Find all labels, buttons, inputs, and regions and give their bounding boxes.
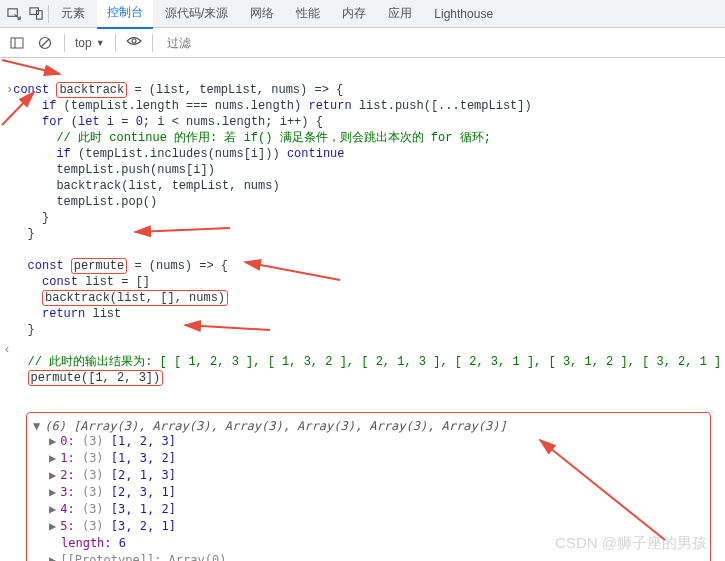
- expand-icon[interactable]: ▶: [49, 485, 60, 499]
- highlight-call: backtrack(list, [], nums): [42, 290, 228, 306]
- console-code[interactable]: ›const backtrack = (list, tempList, nums…: [0, 58, 725, 408]
- tab-lighthouse[interactable]: Lighthouse: [424, 1, 503, 27]
- inspect-icon[interactable]: [4, 4, 24, 24]
- sidebar-toggle-icon[interactable]: [8, 34, 26, 52]
- highlight-backtrack: backtrack: [56, 82, 127, 98]
- live-expression-icon[interactable]: [126, 35, 142, 50]
- expand-icon[interactable]: ▶: [49, 502, 60, 516]
- tab-sources[interactable]: 源代码/来源: [155, 0, 238, 28]
- tab-network[interactable]: 网络: [240, 0, 284, 28]
- filter-input[interactable]: [163, 34, 717, 52]
- clear-console-icon[interactable]: [36, 34, 54, 52]
- console-toolbar: top ▼: [0, 28, 725, 58]
- svg-rect-3: [11, 38, 23, 48]
- array-summary[interactable]: (6) [Array(3), Array(3), Array(3), Array…: [44, 419, 506, 433]
- expand-icon[interactable]: ▶: [49, 519, 60, 533]
- separator: [64, 34, 65, 52]
- tab-application[interactable]: 应用: [378, 0, 422, 28]
- tab-elements[interactable]: 元素: [51, 0, 95, 28]
- devtools-tabs: 元素 控制台 源代码/来源 网络 性能 内存 应用 Lighthouse: [0, 0, 725, 28]
- device-icon[interactable]: [26, 4, 46, 24]
- expand-icon[interactable]: ▶: [49, 434, 60, 448]
- separator: [115, 34, 116, 52]
- svg-line-6: [41, 39, 49, 47]
- expand-icon[interactable]: ▶: [49, 468, 60, 482]
- highlight-permute: permute: [71, 258, 127, 274]
- separator: [152, 34, 153, 52]
- expand-icon[interactable]: ▶: [49, 451, 60, 465]
- context-selector[interactable]: top ▼: [75, 36, 105, 50]
- separator: [48, 5, 49, 23]
- collapse-icon[interactable]: ▼: [33, 419, 44, 433]
- tab-console[interactable]: 控制台: [97, 0, 153, 29]
- expand-icon[interactable]: ›: [6, 82, 13, 98]
- svg-point-7: [132, 39, 136, 43]
- highlight-invoke: permute([1, 2, 3]): [28, 370, 164, 386]
- tab-performance[interactable]: 性能: [286, 0, 330, 28]
- tab-memory[interactable]: 内存: [332, 0, 376, 28]
- expand-icon[interactable]: ▶: [49, 553, 60, 561]
- watermark: CSDN @狮子座的男孩: [555, 534, 707, 553]
- output-marker-icon: ‹: [0, 342, 14, 356]
